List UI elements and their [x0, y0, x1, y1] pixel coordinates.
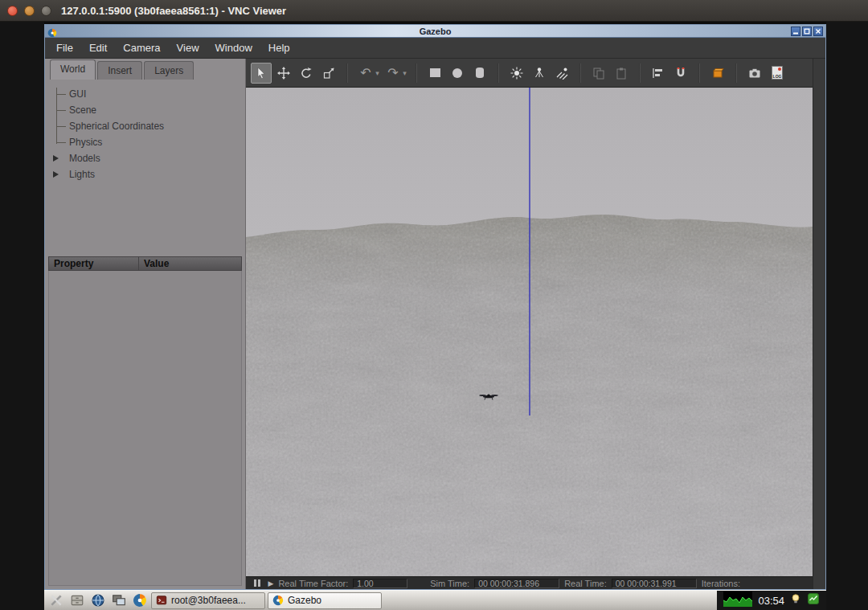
redo-dropdown-caret[interactable]: ▾ [401, 69, 408, 77]
real-time-factor-value[interactable]: 1.00 [353, 579, 407, 588]
vnc-maximize-button[interactable] [41, 6, 51, 16]
sphere-icon [452, 68, 462, 78]
menubar: File Edit Camera View Window Help [45, 38, 825, 59]
tree-item-lights[interactable]: Lights [45, 166, 245, 182]
translate-tool-button[interactable] [273, 63, 294, 84]
system-tray: 03:54 [717, 591, 826, 610]
toolbar-separator [497, 63, 499, 83]
gazebo-window: Gazebo File Edit Camera View Window Help [44, 24, 826, 590]
screenshot-camera-button[interactable] [744, 63, 765, 84]
menu-camera[interactable]: Camera [115, 39, 168, 57]
real-time-factor-label: Real Time Factor: [278, 579, 348, 588]
vnc-close-button[interactable] [7, 6, 18, 16]
tab-layers[interactable]: Layers [144, 61, 194, 80]
window-maximize-button[interactable] [802, 27, 812, 36]
copy-button[interactable] [588, 63, 609, 84]
building-editor-button[interactable] [707, 63, 728, 84]
tree-item-scene[interactable]: Scene [45, 102, 245, 118]
menu-help[interactable]: Help [260, 39, 298, 57]
point-light-button[interactable] [506, 63, 527, 84]
tree-item-gui[interactable]: GUI [45, 86, 245, 102]
tree-item-spherical-coordinates[interactable]: Spherical Coordinates [45, 118, 245, 134]
world-tree: GUI Scene Spherical Coordinates Physics … [45, 86, 245, 182]
property-table-header: Property Value [48, 256, 242, 271]
cylinder-icon [476, 68, 484, 78]
pause-button[interactable] [254, 579, 260, 587]
tools-icon[interactable] [47, 592, 65, 609]
toolbar-separator [735, 63, 737, 83]
iterations-label: Iterations: [702, 579, 740, 588]
undo-dropdown-caret[interactable]: ▾ [374, 69, 381, 77]
taskbar-window-terminal[interactable]: root@3b0faeea... [151, 592, 265, 609]
window-minimize-button[interactable] [791, 27, 800, 36]
snap-magnet-button[interactable] [670, 63, 691, 84]
tab-insert[interactable]: Insert [97, 61, 142, 80]
insert-box-button[interactable] [424, 63, 445, 84]
gazebo-titlebar[interactable]: Gazebo [45, 25, 825, 38]
menu-view[interactable]: View [169, 39, 207, 57]
terminal-icon [156, 595, 167, 606]
tree-item-models[interactable]: Models [45, 150, 245, 166]
vnc-titlebar[interactable]: 127.0.0.1:5900 (3b0faeea8561:1) - VNC Vi… [0, 0, 868, 22]
vnc-minimize-button[interactable] [24, 6, 35, 16]
tree-item-physics[interactable]: Physics [45, 134, 245, 150]
web-browser-icon[interactable] [88, 592, 107, 609]
directional-light-button[interactable] [551, 63, 572, 84]
simulation-statusbar: ▶ Real Time Factor: 1.00 Sim Time: 00 00… [246, 576, 813, 589]
taskbar-window-gazebo[interactable]: Gazebo [268, 592, 382, 609]
toolbar-separator [579, 63, 581, 83]
property-table-body[interactable] [48, 271, 242, 586]
toolbar-separator [698, 63, 700, 83]
spot-light-button[interactable] [529, 63, 550, 84]
scale-tool-button[interactable] [318, 63, 339, 84]
property-column-header[interactable]: Property [49, 257, 139, 270]
toolbar-separator [346, 63, 348, 83]
value-column-header[interactable]: Value [139, 258, 169, 269]
sidebar-tabs: World Insert Layers [45, 59, 245, 80]
3d-viewport[interactable] [246, 88, 813, 576]
toolbar-separator [416, 63, 417, 83]
select-tool-button[interactable] [251, 63, 272, 84]
gazebo-launcher-icon[interactable] [130, 592, 149, 609]
real-time-label: Real Time: [564, 579, 607, 588]
real-time-value[interactable]: 00 00:00:31.991 [612, 579, 697, 588]
screensaver-icon[interactable] [790, 593, 801, 608]
toolbar-separator [639, 63, 641, 83]
window-close-button[interactable] [813, 27, 823, 36]
taskbar-clock[interactable]: 03:54 [758, 595, 784, 607]
log-icon: LOG [772, 66, 783, 80]
taskbar: root@3b0faeea... Gazebo 03:54 [44, 590, 826, 610]
menu-edit[interactable]: Edit [81, 39, 115, 57]
box-icon [430, 68, 440, 77]
cpu-graph[interactable] [723, 592, 752, 610]
file-manager-icon[interactable] [68, 592, 86, 609]
gazebo-icon [272, 595, 284, 606]
paste-button[interactable] [611, 63, 632, 84]
vnc-window-title: 127.0.0.1:5900 (3b0faeea8561:1) - VNC Vi… [61, 5, 286, 17]
step-button[interactable]: ▶ [268, 579, 274, 587]
menu-window[interactable]: Window [207, 39, 260, 57]
sidebar-panel: World Insert Layers GUI Scene Spherical … [45, 59, 246, 589]
tab-world[interactable]: World [50, 59, 96, 80]
log-record-button[interactable]: LOG [767, 63, 788, 84]
gazebo-logo-icon [47, 27, 57, 36]
gazebo-window-title: Gazebo [45, 27, 825, 36]
insert-cylinder-button[interactable] [469, 63, 490, 84]
insert-sphere-button[interactable] [447, 63, 468, 84]
system-monitor-icon[interactable] [807, 592, 820, 608]
remote-desktop: Gazebo File Edit Camera View Window Help [44, 22, 826, 610]
rotate-tool-button[interactable] [296, 63, 317, 84]
sim-time-label: Sim Time: [430, 579, 469, 588]
menu-file[interactable]: File [48, 39, 81, 57]
desktop-switcher-icon[interactable] [109, 592, 128, 609]
screen: 127.0.0.1:5900 (3b0faeea8561:1) - VNC Vi… [0, 0, 868, 610]
toolbar: ↶ ▾ ↷ ▾ [246, 59, 813, 88]
align-button[interactable] [648, 63, 669, 84]
sim-time-value[interactable]: 00 00:00:31.896 [474, 579, 559, 588]
right-panel-splitter[interactable] [813, 59, 825, 589]
